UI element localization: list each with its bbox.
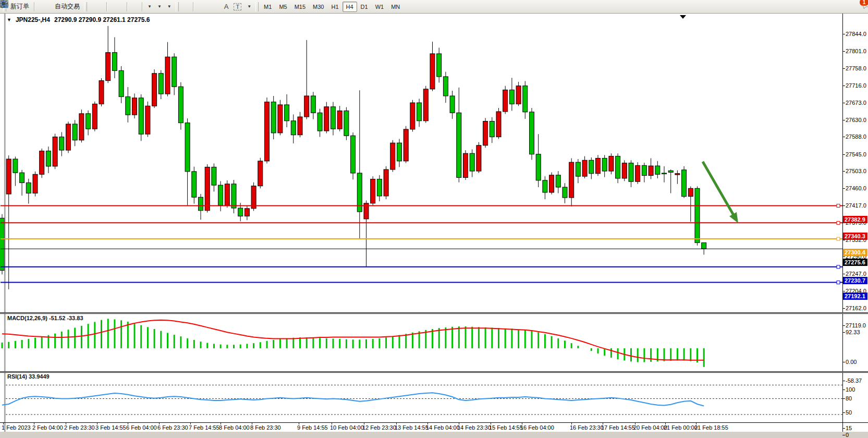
periods-button[interactable]: ▼ xyxy=(154,1,164,13)
toolbar-grip[interactable] xyxy=(255,2,259,11)
candle-body xyxy=(244,209,249,216)
crosshair-tool-button[interactable] xyxy=(186,1,191,13)
candle-body xyxy=(530,112,534,154)
timeframe-button-M1[interactable]: M1 xyxy=(260,2,275,12)
candle-body xyxy=(106,53,111,81)
candle-body xyxy=(265,102,270,161)
candle-body xyxy=(483,121,488,145)
arrows-tool-button[interactable]: ▼ xyxy=(244,1,254,13)
candle-body xyxy=(490,121,494,137)
candle-body xyxy=(371,179,375,203)
signal-button[interactable] xyxy=(47,1,52,13)
timeframe-button-H1[interactable]: H1 xyxy=(327,2,342,12)
rsi-line xyxy=(2,393,704,406)
timeframe-button-H4[interactable]: H4 xyxy=(343,2,357,12)
candle-body xyxy=(231,184,236,208)
candle-body xyxy=(563,187,567,198)
zoom-in-button[interactable] xyxy=(109,1,114,13)
candle-body xyxy=(397,143,402,161)
text-tool-button[interactable]: A xyxy=(222,1,231,13)
down-arrow-annotation xyxy=(703,162,735,217)
candle-body xyxy=(649,166,653,176)
candle-body xyxy=(291,121,296,135)
chart-window[interactable]: ▼ JPN225-,H4 27290.9 27290.9 27261.1 272… xyxy=(0,14,868,432)
candle-body xyxy=(443,77,448,96)
separator xyxy=(142,2,142,11)
chat-badge: 1 xyxy=(859,0,868,6)
chevron-down-icon: ▼ xyxy=(167,4,172,9)
search-icon xyxy=(0,0,9,9)
timeframe-button-M5[interactable]: M5 xyxy=(275,2,290,12)
candle-body xyxy=(384,169,388,196)
gold-button[interactable] xyxy=(36,1,42,13)
level-anchor-marker xyxy=(837,204,840,208)
candle-body xyxy=(589,160,594,173)
level-anchor-marker xyxy=(837,281,840,284)
vertical-line-tool-button[interactable] xyxy=(195,1,201,13)
candle-body xyxy=(351,136,356,173)
candle-body xyxy=(178,87,183,123)
candle-body xyxy=(165,57,170,94)
candle-body xyxy=(543,180,547,192)
candle-body xyxy=(0,218,5,270)
templates-button[interactable]: ▼ xyxy=(164,1,174,13)
candle-body xyxy=(145,106,150,134)
separator xyxy=(34,2,34,11)
candle-body xyxy=(13,159,18,173)
timeframe-button-W1[interactable]: W1 xyxy=(372,2,388,12)
candle-body xyxy=(430,54,435,89)
candle-body xyxy=(662,173,667,174)
candle-body xyxy=(688,188,693,196)
accounts-button[interactable] xyxy=(42,1,47,13)
chevron-down-icon: ▼ xyxy=(247,4,251,9)
candle-body xyxy=(271,102,276,133)
zoom-out-button[interactable] xyxy=(114,1,119,13)
candle-body xyxy=(225,184,229,205)
candle-body xyxy=(410,103,415,129)
bar-chart-button[interactable] xyxy=(89,1,94,13)
text-label-tool-button[interactable]: T xyxy=(231,1,244,13)
autotrade-button[interactable]: 自动交易 xyxy=(52,1,82,13)
candle-body xyxy=(53,137,57,166)
horizontal-line-tool-button[interactable] xyxy=(201,1,206,13)
candle-body xyxy=(92,104,97,129)
tile-windows-button[interactable] xyxy=(119,1,125,13)
cursor-tool-button[interactable] xyxy=(180,1,186,13)
equidistant-channel-tool-button[interactable]: E xyxy=(211,1,216,13)
candle-body xyxy=(642,165,646,175)
timeframe-button-MN[interactable]: MN xyxy=(387,2,404,12)
fibonacci-tool-button[interactable]: F xyxy=(216,1,222,13)
arrange-left-button[interactable] xyxy=(129,1,135,13)
candle-body xyxy=(40,151,44,175)
trendline-tool-button[interactable] xyxy=(206,1,211,13)
chevron-down-icon: ▼ xyxy=(157,4,162,9)
candle-body xyxy=(609,156,614,172)
candle-body xyxy=(423,89,428,121)
candle-body xyxy=(476,145,481,171)
candle-body xyxy=(212,167,216,185)
candle-body xyxy=(596,158,601,173)
rsi-scale-label: 0 xyxy=(846,432,849,438)
candle-body xyxy=(344,111,349,136)
candle-body xyxy=(437,54,442,77)
toolbar-grip[interactable] xyxy=(176,2,179,11)
timeframe-button-D1[interactable]: D1 xyxy=(357,2,372,12)
chart-canvas[interactable] xyxy=(0,14,868,432)
level-anchor-marker xyxy=(837,265,840,269)
timeframe-button-M30[interactable]: M30 xyxy=(309,2,327,12)
candle-body xyxy=(556,175,560,187)
line-chart-button[interactable] xyxy=(99,1,104,13)
candlestick-chart-button[interactable] xyxy=(94,1,99,13)
toolbar-grip[interactable] xyxy=(84,2,87,11)
text-label-icon: T xyxy=(234,3,241,10)
candle-body xyxy=(503,90,508,112)
timeframe-button-M15[interactable]: M15 xyxy=(291,2,309,12)
candle-body xyxy=(536,154,541,180)
new-order-button[interactable]: 新订单 xyxy=(8,1,32,13)
arrange-right-button[interactable] xyxy=(135,1,140,13)
candle-body xyxy=(218,185,223,205)
down-arrow-head xyxy=(729,212,738,223)
candle-body xyxy=(59,137,64,150)
new-chart-button[interactable]: ▼ xyxy=(144,1,154,13)
chat-button[interactable]: 1 xyxy=(861,1,866,13)
